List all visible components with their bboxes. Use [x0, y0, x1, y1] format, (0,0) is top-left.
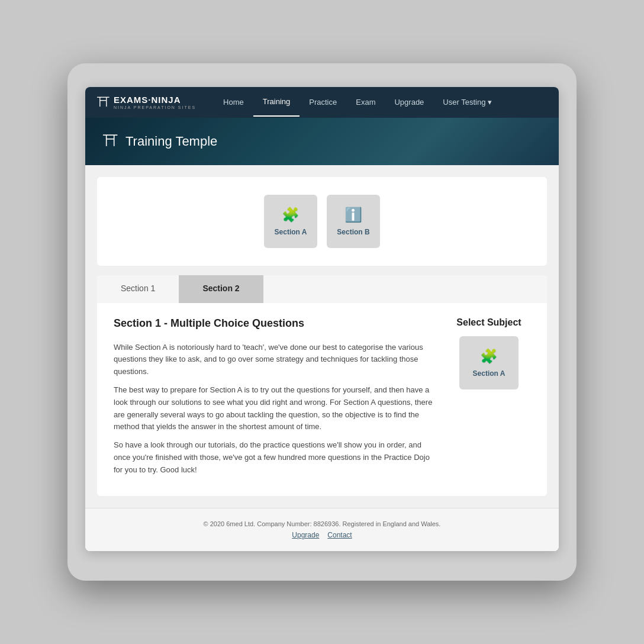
section-a-label: Section A: [275, 228, 307, 236]
tab-content-area: Section 1 - Multiple Choice Questions Wh…: [97, 303, 547, 497]
sidebar-section-a-tile[interactable]: 🧩 Section A: [459, 336, 519, 389]
sidebar-title: Select Subject: [447, 317, 530, 328]
footer: © 2020 6med Ltd. Company Number: 8826936…: [85, 508, 559, 551]
tab-section1[interactable]: Section 1: [97, 275, 179, 303]
nav-training[interactable]: Training: [253, 88, 300, 117]
logo-main-text: EXAMS·NINJA: [114, 95, 181, 105]
section-selector-card: 🧩 Section A ℹ️ Section B: [97, 177, 547, 266]
main-content: 🧩 Section A ℹ️ Section B Section 1 Secti…: [85, 165, 559, 508]
sidebar-puzzle-icon: 🧩: [480, 348, 498, 365]
section-b-tile[interactable]: ℹ️ Section B: [327, 195, 380, 248]
tabs-container: Section 1 Section 2 Section 1 - Multiple…: [97, 275, 547, 497]
browser-window: ⛩ EXAMS·NINJA NINJA PREPARATION SITES Ho…: [85, 87, 559, 552]
nav-practice[interactable]: Practice: [300, 88, 346, 116]
content-title: Section 1 - Multiple Choice Questions: [114, 317, 433, 330]
device-frame: ⛩ EXAMS·NINJA NINJA PREPARATION SITES Ho…: [67, 63, 577, 581]
nav-items: Home Training Practice Exam Upgrade User…: [214, 88, 547, 117]
content-paragraph-1: While Section A is notoriously hard to '…: [114, 342, 433, 378]
content-sidebar: Select Subject 🧩 Section A: [447, 317, 530, 482]
footer-upgrade-link[interactable]: Upgrade: [292, 531, 319, 539]
sidebar-tile-label: Section A: [473, 369, 505, 378]
logo-area: ⛩ EXAMS·NINJA NINJA PREPARATION SITES: [97, 95, 196, 110]
nav-upgrade[interactable]: Upgrade: [385, 88, 433, 116]
nav-exam[interactable]: Exam: [346, 88, 385, 116]
section-b-info-icon: ℹ️: [344, 207, 362, 223]
content-paragraph-3: So have a look through our tutorials, do…: [114, 439, 433, 476]
logo-text-block: EXAMS·NINJA NINJA PREPARATION SITES: [114, 95, 196, 110]
tab-section2[interactable]: Section 2: [179, 275, 263, 303]
ninja-icon: ⛩: [97, 95, 110, 110]
navbar: ⛩ EXAMS·NINJA NINJA PREPARATION SITES Ho…: [85, 87, 559, 118]
footer-copyright: © 2020 6med Ltd. Company Number: 8826936…: [97, 520, 547, 527]
footer-links: Upgrade Contact: [97, 531, 547, 539]
section-a-tile[interactable]: 🧩 Section A: [264, 195, 317, 248]
footer-contact-link[interactable]: Contact: [327, 531, 352, 539]
hero-content: ⛩ Training Temple: [103, 132, 217, 150]
hero-banner: ⛩ Training Temple: [85, 118, 559, 165]
nav-user-testing[interactable]: User Testing ▾: [433, 88, 501, 116]
section-a-puzzle-icon: 🧩: [282, 207, 300, 223]
section-b-label: Section B: [337, 228, 369, 236]
nav-home[interactable]: Home: [214, 88, 253, 116]
hero-icon: ⛩: [103, 132, 118, 150]
hero-title: Training Temple: [125, 134, 217, 149]
content-main: Section 1 - Multiple Choice Questions Wh…: [114, 317, 433, 482]
logo-sub-text: NINJA PREPARATION SITES: [114, 105, 196, 110]
content-paragraph-2: The best way to prepare for Section A is…: [114, 384, 433, 433]
tabs-header: Section 1 Section 2: [97, 275, 547, 303]
